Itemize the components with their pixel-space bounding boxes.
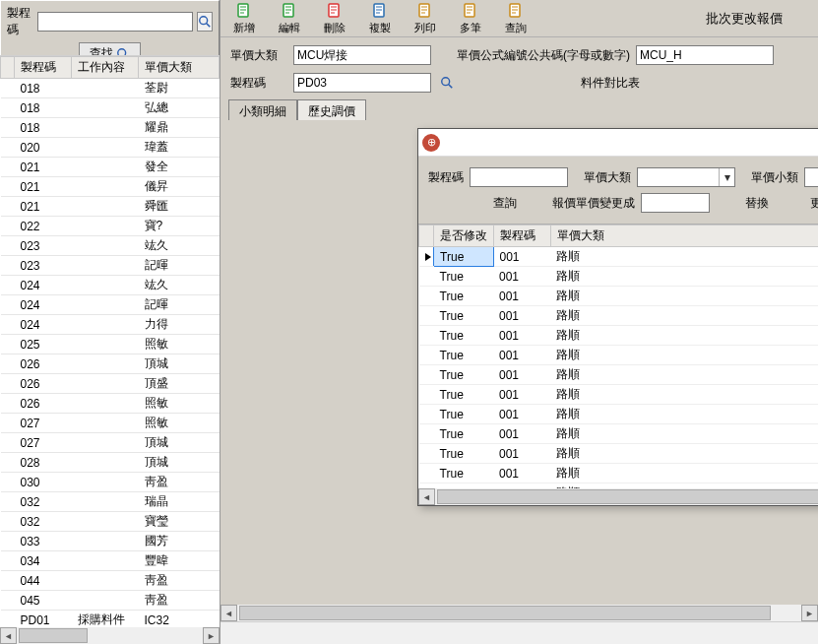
scroll-left-button[interactable]: ◄ [418, 488, 435, 505]
m-code-input[interactable] [470, 167, 568, 187]
m-cat-label: 單價大類 [584, 169, 631, 186]
cell: 頂城 [139, 453, 220, 473]
left-grid[interactable]: 製程碼工作內容單價大類 018荃尉018弘總018耀鼎020瑋蓋021發全021… [0, 55, 220, 626]
toolbar-icon [235, 2, 253, 20]
cell: 026 [15, 374, 72, 394]
table-row[interactable]: True001路順0.039'' 1/11001 [419, 424, 819, 444]
scroll-right-button[interactable]: ► [801, 605, 818, 621]
toolbar-新增-button[interactable]: 新增 [226, 2, 262, 35]
left-col-header[interactable]: 製程碼 [15, 57, 72, 79]
table-row[interactable]: 026頂城 [1, 354, 220, 374]
table-row[interactable]: PD01採購料件IC32 [1, 611, 220, 627]
left-code-lookup-button[interactable] [197, 12, 213, 32]
toolbar-查詢-button[interactable]: 查詢 [498, 2, 534, 35]
modal-grid[interactable]: 是否修改製程碼單價大類單價小類報價單價 True001路順0.004'' 1/1… [418, 224, 818, 488]
table-row[interactable]: 025照敏 [1, 335, 220, 354]
table-row[interactable]: 026照敏 [1, 394, 220, 414]
table-row[interactable]: 021發全 [1, 158, 220, 177]
m-query-button[interactable]: 查詢 [487, 195, 523, 212]
table-row[interactable]: 023記暉 [1, 256, 220, 276]
table-row[interactable]: True001路順0.028'' 1/1864 [419, 405, 819, 424]
table-row[interactable]: True001路順0.008'' 1/1523 [419, 287, 819, 306]
table-row[interactable]: 045靑盈 [1, 591, 220, 611]
left-code-input[interactable] [37, 12, 193, 32]
table-row[interactable]: 028頂城 [1, 453, 220, 473]
left-col-header[interactable] [1, 57, 15, 79]
toolbar-多筆-button[interactable]: 多筆 [453, 2, 488, 35]
table-row[interactable]: 024力得 [1, 315, 220, 335]
table-row[interactable]: 020瑋蓋 [1, 138, 220, 158]
table-row[interactable]: True001路順景美FR-400660 [419, 346, 819, 365]
scroll-track[interactable] [237, 605, 801, 621]
cell [72, 138, 139, 158]
table-row[interactable]: True001路順0.004'' 1/1520 [419, 247, 819, 267]
modal-horiz-scrollbar[interactable]: ◄ ► [418, 488, 818, 505]
table-row[interactable]: 032寶瑩 [1, 512, 220, 532]
table-row[interactable]: True001路順0.012'' 1/1710 [419, 326, 819, 346]
table-row[interactable]: 034豐暐 [1, 551, 220, 571]
left-horiz-scrollbar[interactable]: ◄ ► [0, 627, 220, 644]
modal-col-header[interactable]: 是否修改 [434, 225, 493, 247]
m-sub-combo[interactable]: ▾ [804, 167, 818, 187]
toolbar-刪除-button[interactable]: 刪除 [317, 2, 352, 35]
toolbar-複製-button[interactable]: 複製 [362, 2, 398, 35]
modal-dialog: ⊕ — ☐ ✕ 製程碼 單價大類 ▾ 單價小類 ▾ 查詢 報價單價變更成 替換 … [417, 128, 818, 506]
table-row[interactable]: True001路順0.062'' 1/11342 [419, 464, 819, 483]
m-update-button[interactable]: 更新 [804, 195, 818, 212]
cat-input[interactable] [293, 45, 431, 65]
table-row[interactable]: True001路順0.047'' 1/11122 [419, 444, 819, 464]
scroll-right-button[interactable]: ► [203, 627, 220, 644]
table-row[interactable]: 033國芳 [1, 532, 220, 551]
table-row[interactable]: 022寶? [1, 217, 220, 236]
table-row[interactable]: 027照敏 [1, 414, 220, 433]
m-cat-combo[interactable]: ▾ [637, 167, 735, 187]
formula-input[interactable] [636, 45, 774, 65]
table-row[interactable]: 030靑盈 [1, 473, 220, 492]
cell [419, 326, 434, 346]
code-input[interactable] [293, 73, 431, 93]
left-col-header[interactable]: 工作內容 [72, 57, 139, 79]
cell: 021 [15, 158, 72, 177]
scroll-thumb[interactable] [239, 606, 771, 620]
scroll-track[interactable] [17, 627, 203, 644]
table-row[interactable]: 044靑盈 [1, 571, 220, 591]
table-row[interactable]: 032瑞晶 [1, 492, 220, 512]
table-row[interactable]: True001路順0.010'' 1/1677 [419, 306, 819, 326]
table-row[interactable]: 021儀昇 [1, 177, 220, 197]
table-row[interactable]: True001路順0.006'' 1/1500 [419, 267, 819, 287]
table-row[interactable]: 018弘總 [1, 98, 220, 118]
m-replace-button[interactable]: 替換 [739, 195, 775, 212]
table-row[interactable]: 026頂盛 [1, 374, 220, 394]
modal-col-header[interactable]: 製程碼 [493, 225, 550, 247]
scroll-thumb[interactable] [437, 489, 818, 504]
table-row[interactable]: 021舜匯 [1, 197, 220, 217]
toolbar-編輯-button[interactable]: 編輯 [272, 2, 307, 35]
modal-titlebar[interactable]: ⊕ — ☐ ✕ [418, 129, 818, 157]
cell: 力得 [139, 315, 220, 335]
modal-col-header[interactable] [419, 225, 434, 247]
cell [72, 256, 139, 276]
left-col-header[interactable]: 單價大類 [139, 57, 220, 79]
scroll-left-button[interactable]: ◄ [220, 605, 237, 621]
toolbar-列印-button[interactable]: 列印 [408, 2, 443, 35]
scroll-thumb[interactable] [19, 628, 88, 643]
table-row[interactable]: True001路順0.018'' 1/1787 [419, 385, 819, 405]
code-lookup-button[interactable] [437, 73, 457, 93]
modal-col-header[interactable]: 單價大類 [550, 225, 818, 247]
cell: 竑久 [139, 236, 220, 256]
table-row[interactable]: 023竑久 [1, 236, 220, 256]
m-change-input[interactable] [641, 193, 710, 213]
cell: 頂城 [139, 433, 220, 453]
right-panel: 新增編輯刪除複製列印多筆查詢 批次更改報價 單價大類 單價公式編號公共碼(字母或… [220, 0, 818, 644]
table-row[interactable]: 018耀鼎 [1, 118, 220, 138]
right-horiz-scrollbar[interactable]: ◄ ► [220, 605, 818, 621]
cell [1, 335, 15, 354]
table-row[interactable]: 024記暉 [1, 295, 220, 315]
scroll-track[interactable] [435, 488, 818, 505]
table-row[interactable]: 027頂城 [1, 433, 220, 453]
table-row[interactable]: 018荃尉 [1, 79, 220, 98]
scroll-left-button[interactable]: ◄ [0, 627, 17, 644]
table-row[interactable]: True001路順0.015'' 1/1660 [419, 365, 819, 385]
table-row[interactable]: 024竑久 [1, 276, 220, 295]
cell: 路順 [550, 365, 818, 385]
